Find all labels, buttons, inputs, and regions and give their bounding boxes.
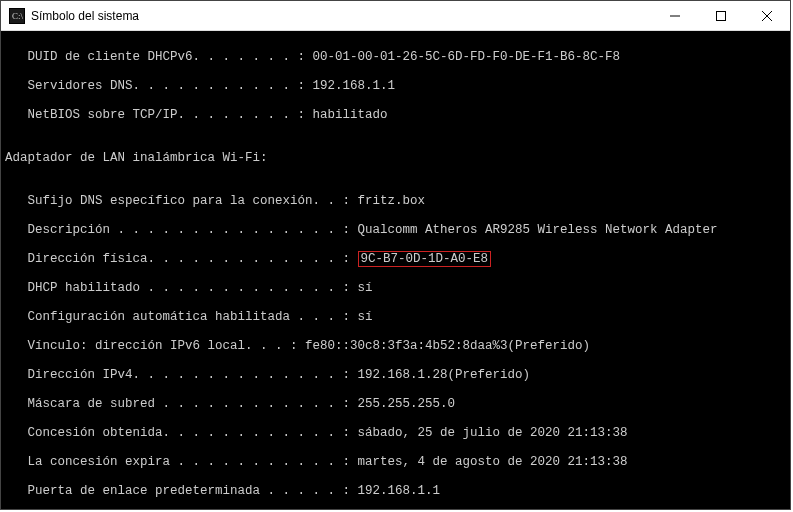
field-value: fe80::30c8:3f3a:4b52:8daa%3(Preferido) [305, 339, 590, 353]
field-label: La concesión expira . . . . . . . . . . … [5, 455, 358, 469]
field-label: Máscara de subred . . . . . . . . . . . … [5, 397, 358, 411]
maximize-button[interactable] [698, 1, 744, 30]
field-value: fritz.box [358, 194, 426, 208]
output-line: Configuración automática habilitada . . … [5, 310, 790, 325]
minimize-button[interactable] [652, 1, 698, 30]
cmd-icon: C:\ [9, 8, 25, 24]
field-label: Descripción . . . . . . . . . . . . . . … [5, 223, 358, 237]
field-value: sábado, 25 de julio de 2020 21:13:38 [358, 426, 628, 440]
field-label: NetBIOS sobre TCP/IP. . . . . . . . : [5, 108, 313, 122]
field-label: Puerta de enlace predeterminada . . . . … [5, 484, 358, 498]
output-line: Sufijo DNS específico para la conexión. … [5, 194, 790, 209]
field-value: Qualcomm Atheros AR9285 Wireless Network… [358, 223, 718, 237]
window-title: Símbolo del sistema [31, 9, 652, 23]
window-controls [652, 1, 790, 30]
terminal-output[interactable]: DUID de cliente DHCPv6. . . . . . . : 00… [1, 31, 790, 509]
field-value: habilitado [313, 108, 388, 122]
output-line: Vínculo: dirección IPv6 local. . . : fe8… [5, 339, 790, 354]
field-label: Servidores DNS. . . . . . . . . . . : [5, 79, 313, 93]
field-label: Vínculo: dirección IPv6 local. . . : [5, 339, 305, 353]
field-value: 00-01-00-01-26-5C-6D-FD-F0-DE-F1-B6-8C-F… [313, 50, 621, 64]
field-value: 192.168.1.1 [358, 484, 441, 498]
output-line: La concesión expira . . . . . . . . . . … [5, 455, 790, 470]
mac-address-highlighted: 9C-B7-0D-1D-A0-E8 [358, 251, 492, 267]
field-label: DUID de cliente DHCPv6. . . . . . . : [5, 50, 313, 64]
output-line: Dirección IPv4. . . . . . . . . . . . . … [5, 368, 790, 383]
field-label: Sufijo DNS específico para la conexión. … [5, 194, 358, 208]
output-line: NetBIOS sobre TCP/IP. . . . . . . . : ha… [5, 108, 790, 123]
field-label: DHCP habilitado . . . . . . . . . . . . … [5, 281, 358, 295]
field-value: sí [358, 281, 373, 295]
field-value: martes, 4 de agosto de 2020 21:13:38 [358, 455, 628, 469]
field-value: 192.168.1.28(Preferido) [358, 368, 531, 382]
output-line: Dirección física. . . . . . . . . . . . … [5, 252, 790, 267]
output-line: Concesión obtenida. . . . . . . . . . . … [5, 426, 790, 441]
svg-text:C:\: C:\ [12, 11, 24, 21]
output-line: Descripción . . . . . . . . . . . . . . … [5, 223, 790, 238]
cmd-window: C:\ Símbolo del sistema DUID de cliente … [0, 0, 791, 510]
field-value: sí [358, 310, 373, 324]
output-line: DHCP habilitado . . . . . . . . . . . . … [5, 281, 790, 296]
output-line: Puerta de enlace predeterminada . . . . … [5, 484, 790, 499]
field-value: 192.168.1.1 [313, 79, 396, 93]
field-value: 255.255.255.0 [358, 397, 456, 411]
field-label: Concesión obtenida. . . . . . . . . . . … [5, 426, 358, 440]
field-label: Configuración automática habilitada . . … [5, 310, 358, 324]
field-label: Dirección física. . . . . . . . . . . . … [5, 252, 358, 266]
svg-rect-4 [717, 11, 726, 20]
field-label: Dirección IPv4. . . . . . . . . . . . . … [5, 368, 358, 382]
output-line: Servidores DNS. . . . . . . . . . . : 19… [5, 79, 790, 94]
output-line: Máscara de subred . . . . . . . . . . . … [5, 397, 790, 412]
titlebar[interactable]: C:\ Símbolo del sistema [1, 1, 790, 31]
close-button[interactable] [744, 1, 790, 30]
output-line: DUID de cliente DHCPv6. . . . . . . : 00… [5, 50, 790, 65]
adapter-header: Adaptador de LAN inalámbrica Wi-Fi: [5, 151, 790, 166]
